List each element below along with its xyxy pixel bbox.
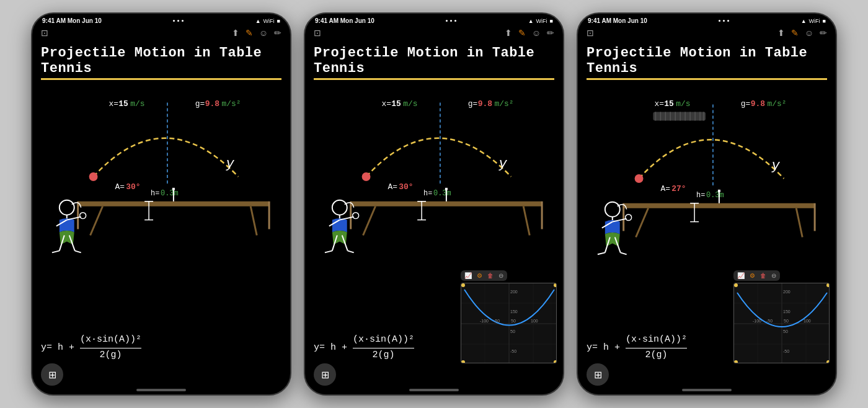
battery-icon-3: ■	[823, 18, 826, 24]
toolbar-1: ⊡ ⬆ ✎ ☺ ✏	[32, 25, 290, 40]
svg-text:y: y	[771, 158, 780, 174]
svg-text:150: 150	[783, 309, 790, 314]
svg-point-118	[605, 202, 620, 217]
ipad-frame-3: 9:41 AM Mon Jun 10 ▲ WiFi ■ ⊡ ⬆ ✎ ☺ ✏	[577, 12, 837, 396]
status-bar-2: 9:41 AM Mon Jun 10 ▲ WiFi ■	[305, 14, 563, 25]
svg-text:h=: h=	[151, 189, 159, 198]
status-center-3	[719, 20, 729, 22]
svg-text:15: 15	[391, 99, 401, 109]
pen-icon[interactable]: ✎	[246, 28, 253, 38]
svg-text:200: 200	[783, 290, 790, 294]
status-right-3: ▲ WiFi ■	[801, 18, 826, 24]
svg-text:h=: h=	[423, 189, 432, 198]
svg-point-23	[60, 200, 74, 215]
svg-point-122	[626, 215, 632, 221]
formula-text-2: y= h + (x·sin(A))² 2(g)	[314, 333, 414, 362]
svg-text:m/s²: m/s²	[221, 99, 241, 109]
sidebar-icon-3[interactable]: ⊡	[587, 28, 594, 38]
svg-line-51	[523, 206, 529, 236]
emoji-icon-2[interactable]: ☺	[532, 28, 541, 38]
svg-text:y: y	[225, 156, 234, 172]
drawing-svg-1: x= 15 m/s g= 9.8 m/s² A= 30°	[41, 84, 281, 264]
toolbar-2: ⊡ ⬆ ✎ ☺ ✏	[305, 25, 563, 40]
content-1: Projectile Motion in Table Tennis x= 15 …	[32, 40, 290, 394]
svg-text:m/s: m/s	[676, 99, 690, 109]
share-icon-3[interactable]: ⬆	[777, 28, 785, 38]
home-indicator-2	[409, 389, 459, 391]
svg-text:30°: 30°	[399, 182, 413, 192]
toolbar-3: ⊡ ⬆ ✎ ☺ ✏	[578, 25, 836, 40]
calculator-button-1[interactable]: ⊞	[41, 363, 63, 386]
svg-text:50: 50	[511, 319, 516, 323]
svg-line-125	[598, 252, 605, 254]
svg-text:150: 150	[510, 309, 518, 314]
dot3-2	[454, 20, 456, 22]
pen-icon-2[interactable]: ✎	[518, 28, 526, 38]
calculator-button-2[interactable]: ⊞	[314, 363, 336, 386]
svg-point-142	[734, 283, 738, 287]
settings-icon-3[interactable]: ⚙	[750, 272, 755, 279]
formula-text-1: y= h + (x·sin(A))² 2(g)	[41, 333, 141, 362]
svg-text:15: 15	[664, 99, 674, 109]
settings-icon-2[interactable]: ⚙	[477, 272, 482, 279]
chart-icon-2[interactable]: 📈	[464, 272, 472, 279]
svg-line-50	[363, 206, 376, 236]
content-3: Projectile Motion in Table Tennis x= 15 …	[578, 40, 836, 394]
toolbar-right-1: ⬆ ✎ ☺ ✏	[232, 28, 281, 38]
status-time-3: 9:41 AM Mon Jun 10	[588, 17, 647, 24]
ipad-frame-2: 9:41 AM Mon Jun 10 ▲ WiFi ■ ⊡ ⬆ ✎ ☺ ✏	[304, 12, 564, 396]
svg-text:-50: -50	[510, 349, 516, 353]
calculator-button-3[interactable]: ⊞	[587, 363, 609, 386]
delete-icon-2[interactable]: 🗑	[487, 272, 494, 279]
graph-area-3: 📈 ⚙ 🗑 ⊖ -1	[733, 270, 830, 360]
svg-text:0.3m: 0.3m	[161, 189, 179, 198]
svg-text:A=: A=	[115, 182, 125, 192]
svg-text:9.8: 9.8	[205, 99, 220, 109]
svg-text:m/s²: m/s²	[767, 99, 786, 109]
svg-rect-112	[718, 190, 720, 192]
svg-text:-100: -100	[480, 319, 489, 323]
chart-icon-3[interactable]: 📈	[737, 272, 745, 279]
sidebar-icon-2[interactable]: ⊡	[314, 28, 321, 38]
svg-text:x=: x=	[108, 99, 118, 109]
svg-text:50: 50	[783, 329, 788, 334]
svg-text:A=: A=	[388, 182, 397, 192]
formula-1: y= h + (x·sin(A))² 2(g)	[41, 333, 141, 362]
emoji-icon-3[interactable]: ☺	[805, 28, 813, 38]
toolbar-left-2: ⊡	[314, 28, 321, 38]
toolbar-right-2: ⬆ ✎ ☺ ✏	[505, 28, 554, 38]
status-time-1: 9:41 AM Mon Jun 10	[42, 17, 102, 24]
dot1-2	[446, 20, 448, 22]
svg-rect-108	[624, 203, 815, 208]
svg-line-114	[796, 208, 802, 237]
svg-rect-49	[445, 188, 448, 190]
svg-line-113	[636, 208, 649, 237]
sidebar-icon[interactable]: ⊡	[41, 28, 48, 38]
svg-text:y: y	[498, 156, 507, 172]
svg-point-59	[353, 213, 359, 219]
edit-icon-2[interactable]: ✏	[547, 28, 554, 38]
pen-icon-3[interactable]: ✎	[791, 28, 799, 38]
wifi-icon-3: WiFi	[809, 18, 820, 24]
svg-line-121	[613, 219, 627, 222]
svg-text:9.8: 9.8	[751, 99, 766, 109]
svg-line-19	[250, 206, 257, 236]
minus-icon-3[interactable]: ⊖	[771, 272, 776, 279]
minus-icon-2[interactable]: ⊖	[498, 272, 503, 279]
svg-point-79	[461, 283, 465, 287]
page-title-3: Projectile Motion in Table Tennis	[587, 45, 827, 80]
svg-text:h=: h=	[696, 191, 705, 200]
graph-area-2: 📈 ⚙ 🗑 ⊖	[461, 270, 557, 360]
home-indicator-1	[136, 389, 186, 391]
formula-3: y= h + (x·sin(A))² 2(g)	[587, 333, 687, 362]
dot1	[173, 20, 175, 22]
share-icon-2[interactable]: ⬆	[505, 28, 512, 38]
delete-icon-3[interactable]: 🗑	[760, 272, 766, 279]
svg-text:100: 100	[531, 319, 538, 323]
edit-icon-3[interactable]: ✏	[820, 28, 827, 38]
edit-icon[interactable]: ✏	[274, 28, 281, 38]
share-icon[interactable]: ⬆	[232, 28, 239, 38]
emoji-icon[interactable]: ☺	[259, 28, 268, 38]
status-center-1	[173, 20, 184, 22]
svg-line-63	[348, 251, 354, 252]
